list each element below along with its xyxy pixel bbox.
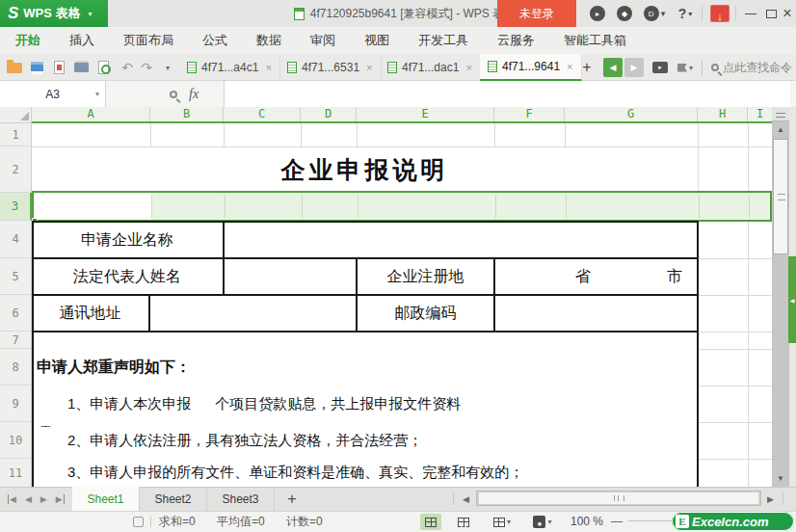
name-box[interactable]: A3 ▾ xyxy=(0,81,106,107)
row-header-3[interactable]: 3 xyxy=(0,193,32,221)
column-header-H[interactable]: H xyxy=(698,107,748,121)
active-cell-A3[interactable] xyxy=(34,193,151,220)
menu-formulas[interactable]: 公式 xyxy=(202,32,227,49)
row-header-5[interactable]: 5 xyxy=(0,258,32,295)
row-header-6[interactable]: 6 xyxy=(0,295,32,332)
skin-icon[interactable]: ▸ xyxy=(586,0,609,27)
scroll-up-button[interactable]: ▲ xyxy=(772,121,789,138)
formula-input[interactable] xyxy=(224,81,790,107)
close-button[interactable]: × xyxy=(779,0,796,27)
find-command-label[interactable]: 点此查找命令 xyxy=(723,54,796,81)
row-selection[interactable] xyxy=(32,191,772,222)
close-tab-icon[interactable]: × xyxy=(366,62,372,73)
menu-view[interactable]: 视图 xyxy=(364,32,389,49)
sheet-tab-3[interactable]: Sheet3 xyxy=(207,487,275,511)
next-sheet-button[interactable]: ▶ xyxy=(40,494,47,504)
row-header-11[interactable]: 11 xyxy=(0,459,32,487)
print-button[interactable] xyxy=(70,54,92,81)
toolbar-more-dropdown[interactable]: ▾ xyxy=(160,54,175,81)
row-header-7[interactable]: 7 xyxy=(0,332,32,349)
prev-sheet-button[interactable]: ◀ xyxy=(25,494,32,504)
fx-button[interactable]: fx xyxy=(189,81,218,107)
column-header-E[interactable]: E xyxy=(357,107,494,121)
column-header-C[interactable]: C xyxy=(224,107,301,121)
menu-review[interactable]: 审阅 xyxy=(310,32,335,49)
vertical-scrollbar[interactable]: ▲ ▼ xyxy=(772,107,789,487)
presentation-mode-button[interactable]: ▸ xyxy=(650,54,671,81)
last-sheet-button[interactable]: ▶ xyxy=(56,494,65,504)
save-button[interactable] xyxy=(26,54,47,81)
sheet-tab-2[interactable]: Sheet2 xyxy=(140,487,207,511)
scroll-down-button[interactable]: ▼ xyxy=(772,470,789,487)
column-header-F[interactable]: F xyxy=(494,107,565,121)
tab-scroll-back-button[interactable]: ◀ xyxy=(603,58,623,77)
sheet-tab-1[interactable]: Sheet1 xyxy=(72,487,140,511)
row-header-4[interactable]: 4 xyxy=(0,221,32,258)
maximize-button[interactable] xyxy=(761,0,781,27)
add-sheet-button[interactable]: + xyxy=(279,487,305,511)
export-pdf-button[interactable] xyxy=(48,54,69,81)
close-tab-icon[interactable]: × xyxy=(465,62,471,73)
vertical-scroll-thumb[interactable] xyxy=(773,139,788,254)
login-button[interactable]: 未登录 xyxy=(497,0,576,27)
download-update-button[interactable]: ↓ xyxy=(706,0,733,27)
menu-cloud[interactable]: 云服务 xyxy=(497,32,535,49)
new-tab-button[interactable]: + xyxy=(576,54,597,81)
cell-declaration-item2[interactable]: 2、申请人依法注册，具有独立法人资格，并合法经营； xyxy=(67,422,694,459)
cell-province-label[interactable]: 省 xyxy=(564,259,602,294)
minimize-button[interactable]: — xyxy=(740,0,761,27)
menu-data[interactable]: 数据 xyxy=(256,32,281,49)
open-file-button[interactable] xyxy=(4,54,25,81)
upgrade-icon[interactable]: ◆ xyxy=(613,0,636,27)
cell-address-label[interactable]: 通讯地址 xyxy=(32,296,148,331)
zoom-out-button[interactable]: — xyxy=(611,511,623,532)
redo-button[interactable]: ↷ xyxy=(137,54,156,81)
undo-button[interactable]: ↶ xyxy=(118,54,137,81)
help-menu-button[interactable]: ?▾ xyxy=(672,0,699,27)
reading-mode-button[interactable]: ●▾ xyxy=(528,514,557,530)
zoom-level-label[interactable]: 100 % xyxy=(570,511,603,532)
doc-tab-3[interactable]: 4f71...dac1 × xyxy=(380,54,481,81)
horizontal-scroll-thumb[interactable] xyxy=(479,492,758,504)
hscroll-left-button[interactable]: ◀ xyxy=(463,487,469,511)
cell-city-label[interactable]: 市 xyxy=(655,259,694,294)
doc-tab-2[interactable]: 4f71...6531 × xyxy=(279,54,382,81)
cell-declaration-item1[interactable]: 1、申请人本次申报 个项目贷款贴息，共上报申报文件资料 项。 xyxy=(37,386,692,427)
menu-developer[interactable]: 开发工具 xyxy=(418,32,468,49)
page-layout-view-button[interactable] xyxy=(453,514,474,530)
insert-function-button[interactable] xyxy=(162,81,185,107)
sheet-title-cell[interactable]: 企业申报说明 xyxy=(32,146,698,193)
workspace-button[interactable]: ▾ xyxy=(673,54,698,81)
tab-scroll-forward-button[interactable]: ▶ xyxy=(624,58,644,77)
docer-menu-button[interactable]: D▾ xyxy=(640,0,669,27)
print-preview-button[interactable] xyxy=(93,54,114,81)
row-header-9[interactable]: 9 xyxy=(0,386,32,422)
hscroll-right-button[interactable]: ▶ xyxy=(767,487,774,511)
find-command-button[interactable] xyxy=(707,54,723,81)
row-header-2[interactable]: 2 xyxy=(0,146,32,193)
doc-tab-1[interactable]: 4f71...a4c1 × xyxy=(179,54,280,81)
select-all-corner[interactable] xyxy=(0,107,32,123)
split-handle[interactable] xyxy=(772,107,789,121)
task-pane-toggle[interactable]: ◀ xyxy=(788,256,796,343)
menu-insert[interactable]: 插入 xyxy=(69,32,94,49)
page-break-view-button[interactable]: ▾ xyxy=(488,514,517,530)
cell-declaration-heading[interactable]: 申请人郑重声明如下： xyxy=(37,349,692,386)
normal-view-button[interactable] xyxy=(420,514,441,530)
column-header-I[interactable]: I xyxy=(748,107,772,121)
cell-legal-rep-label[interactable]: 法定代表人姓名 xyxy=(32,259,223,294)
menu-page-layout[interactable]: 页面布局 xyxy=(123,32,173,49)
column-header-B[interactable]: B xyxy=(150,107,224,121)
row-header-10[interactable]: 10 xyxy=(0,422,32,459)
column-header-D[interactable]: D xyxy=(301,107,357,121)
first-sheet-button[interactable]: ◀ xyxy=(8,494,16,504)
cell-reg-place-label[interactable]: 企业注册地 xyxy=(358,259,493,294)
menu-smart-toolbox[interactable]: 智能工具箱 xyxy=(564,32,626,49)
menu-home[interactable]: 开始 xyxy=(15,32,40,49)
row-header-1[interactable]: 1 xyxy=(0,123,32,146)
close-tab-icon[interactable]: × xyxy=(567,61,572,72)
row-header-8[interactable]: 8 xyxy=(0,349,32,386)
close-tab-icon[interactable]: × xyxy=(265,62,271,73)
cell-postcode-label[interactable]: 邮政编码 xyxy=(358,296,493,331)
wps-app-button[interactable]: S WPS 表格 ▾ xyxy=(0,0,108,27)
